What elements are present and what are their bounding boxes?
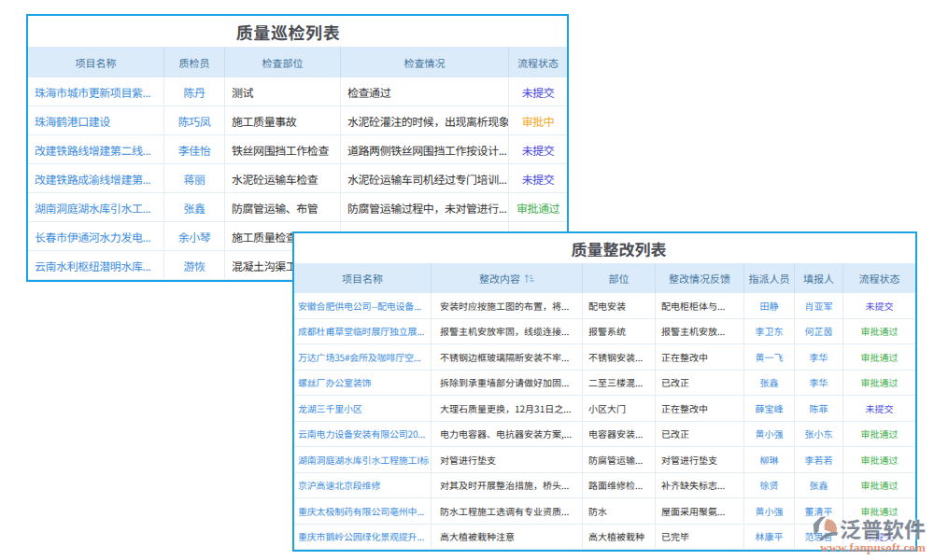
rectification-cell-填报人[interactable]: 范思哲 [794, 525, 842, 551]
inspection-cell-检查部位: 铁丝网围挡工作检查 [224, 135, 340, 164]
column-header-label: 项目名称 [342, 271, 383, 286]
rectification-cell-流程状态: 审批通过 [842, 319, 915, 345]
inspection-cell-项目名称[interactable]: 珠海鹤港口建设 [28, 106, 163, 135]
inspection-cell-项目名称[interactable]: 云南水利枢纽潜明水库... [28, 251, 163, 280]
inspection-cell-流程状态: 审批通过 [508, 193, 567, 222]
inspection-column-header-4[interactable]: 流程状态 [508, 47, 567, 77]
rectification-column-header-1[interactable]: 整改内容 [431, 263, 582, 293]
inspection-column-header-1[interactable]: 质检员 [163, 47, 224, 77]
inspection-cell-检查情况: 检查通过 [340, 77, 508, 106]
column-header-label: 整改内容 [479, 271, 520, 286]
rectification-table-panel: 质量整改列表 项目名称整改内容部位整改情况反馈指派人员填报人流程状态 安徽合肥供… [292, 231, 917, 552]
inspection-cell-项目名称[interactable]: 湖南洞庭湖水库引水工... [28, 193, 163, 222]
rectification-cell-项目名称[interactable]: 湖南洞庭湖水库引水工程施工I标 [294, 447, 431, 473]
inspection-cell-检查部位: 测试 [224, 77, 340, 106]
rectification-column-header-0[interactable]: 项目名称 [294, 263, 431, 293]
rectification-column-header-2[interactable]: 部位 [582, 263, 655, 293]
rectification-cell-指派人员[interactable]: 柳琳 [743, 447, 794, 473]
inspection-cell-质检员[interactable]: 陈巧凤 [163, 106, 224, 135]
rectification-table-row: 云南电力设备安装有限公司20...电力电容器、电抗器安装方案,...电容器安装.… [294, 422, 915, 448]
rectification-table-row: 万达广场35#会所及咖啡厅空...不锈钢边框玻璃隔断安装不牢...不锈钢安装..… [294, 344, 915, 371]
rectification-cell-整改内容: 对其及时开展整治措施，桥头... [431, 473, 582, 499]
rectification-cell-流程状态: 未提交 [842, 525, 915, 551]
rectification-cell-流程状态: 未提交 [842, 396, 915, 422]
rectification-cell-整改情况反馈: 屋面采用聚氨... [655, 498, 743, 525]
rectification-table-row: 湖南洞庭湖水库引水工程施工I标对管进行垫支防腐管运输...对管进行垫支柳琳李若若… [294, 447, 915, 473]
rectification-cell-项目名称[interactable]: 重庆太极制药有限公司亳州中... [294, 498, 431, 525]
rectification-cell-项目名称[interactable]: 螺丝厂办公室装饰 [294, 371, 431, 397]
rectification-cell-填报人[interactable]: 董清平 [794, 498, 842, 525]
page: { "page": { "background": "#ffffff" }, "… [0, 0, 934, 560]
inspection-cell-项目名称[interactable]: 改建铁路线增建第二线... [28, 135, 163, 164]
rectification-cell-填报人[interactable]: 张鑫 [794, 473, 842, 499]
rectification-cell-指派人员[interactable]: 黄一飞 [743, 344, 794, 371]
rectification-cell-指派人员[interactable]: 薛宝峰 [743, 396, 794, 422]
rectification-cell-项目名称[interactable]: 京沪高速北京段维修 [294, 473, 431, 499]
sort-icon[interactable] [524, 273, 534, 284]
rectification-cell-项目名称[interactable]: 龙湖三千里小区 [294, 396, 431, 422]
rectification-cell-部位: 防腐管运输... [582, 447, 655, 473]
inspection-cell-质检员[interactable]: 余小琴 [163, 222, 224, 251]
column-header-label: 检查情况 [404, 55, 446, 70]
rectification-cell-流程状态: 审批通过 [842, 498, 915, 525]
inspection-cell-质检员[interactable]: 张鑫 [163, 193, 224, 222]
rectification-cell-指派人员[interactable]: 黄小强 [743, 422, 794, 448]
rectification-cell-指派人员[interactable]: 田静 [743, 293, 794, 319]
column-header-label: 指派人员 [749, 271, 790, 286]
rectification-cell-部位: 报警系统 [582, 319, 655, 345]
rectification-cell-填报人[interactable]: 张小东 [794, 422, 842, 448]
rectification-cell-流程状态: 审批通过 [842, 422, 915, 448]
rectification-cell-整改内容: 安装时应按施工图的布置，将... [431, 293, 582, 319]
rectification-cell-整改情况反馈: 正在整改中 [655, 344, 743, 371]
rectification-cell-填报人[interactable]: 肖亚军 [794, 293, 842, 319]
column-header-label: 项目名称 [76, 55, 117, 70]
rectification-cell-填报人[interactable]: 何芷茵 [794, 319, 842, 345]
rectification-cell-项目名称[interactable]: 成都杜甫草堂临时展厅独立展... [294, 319, 431, 345]
rectification-cell-部位: 高大植被栽种 [582, 525, 655, 551]
rectification-column-header-4[interactable]: 指派人员 [743, 263, 794, 293]
rectification-cell-填报人[interactable]: 李华 [794, 371, 842, 397]
rectification-column-header-6[interactable]: 流程状态 [842, 263, 915, 293]
column-header-label: 质检员 [179, 55, 210, 70]
rectification-cell-指派人员[interactable]: 张鑫 [743, 371, 794, 397]
column-header-label: 整改情况反馈 [669, 271, 730, 286]
inspection-cell-流程状态: 审批中 [508, 106, 567, 135]
rectification-cell-指派人员[interactable]: 黄小强 [743, 498, 794, 525]
inspection-cell-项目名称[interactable]: 改建铁路成渝线增建第... [28, 164, 163, 193]
inspection-column-header-3[interactable]: 检查情况 [340, 47, 508, 77]
rectification-cell-整改情况反馈: 配电柜柜体与... [655, 293, 743, 319]
inspection-column-header-0[interactable]: 项目名称 [28, 47, 163, 77]
rectification-cell-整改内容: 对管进行垫支 [431, 447, 582, 473]
inspection-cell-检查部位: 施工质量事故 [224, 106, 340, 135]
rectification-table-row: 螺丝厂办公室装饰拆除到承重墙部分请做好加固...二至三楼混...已改正张鑫李华审… [294, 371, 915, 397]
rectification-cell-填报人[interactable]: 李若若 [794, 447, 842, 473]
inspection-cell-质检员[interactable]: 李佳怡 [163, 135, 224, 164]
rectification-cell-项目名称[interactable]: 万达广场35#会所及咖啡厅空... [294, 344, 431, 371]
inspection-column-header-2[interactable]: 检查部位 [224, 47, 340, 77]
inspection-cell-质检员[interactable]: 陈丹 [163, 77, 224, 106]
rectification-cell-项目名称[interactable]: 云南电力设备安装有限公司20... [294, 422, 431, 448]
inspection-cell-项目名称[interactable]: 长春市伊通河水力发电... [28, 222, 163, 251]
rectification-table-title: 质量整改列表 [294, 233, 915, 263]
rectification-cell-项目名称[interactable]: 安徽合肥供电公司--配电设备... [294, 293, 431, 319]
rectification-table-header-row: 项目名称整改内容部位整改情况反馈指派人员填报人流程状态 [294, 263, 915, 293]
rectification-cell-项目名称[interactable]: 重庆市鹅岭公园绿化景观提升... [294, 525, 431, 551]
rectification-cell-整改内容: 大理石质量更换，12月31日之... [431, 396, 582, 422]
rectification-column-header-5[interactable]: 填报人 [794, 263, 842, 293]
rectification-cell-指派人员[interactable]: 徐贤 [743, 473, 794, 499]
column-header-label: 流程状态 [517, 55, 559, 70]
rectification-cell-指派人员[interactable]: 李卫东 [743, 319, 794, 345]
inspection-cell-检查情况: 水泥砼灌注的时候，出现离析现象 [340, 106, 508, 135]
rectification-cell-整改内容: 报警主机安放牢固，线缆连接... [431, 319, 582, 345]
rectification-column-header-3[interactable]: 整改情况反馈 [655, 263, 743, 293]
rectification-cell-填报人[interactable]: 陈菲 [794, 396, 842, 422]
inspection-cell-项目名称[interactable]: 珠海市城市更新项目紫... [28, 77, 163, 106]
rectification-cell-指派人员[interactable]: 林康平 [743, 525, 794, 551]
rectification-cell-部位: 电容器安装... [582, 422, 655, 448]
inspection-table-row: 湖南洞庭湖水库引水工...张鑫防腐管运输、布管防腐管运输过程中，未对管进行...… [28, 193, 567, 222]
rectification-cell-流程状态: 审批通过 [842, 371, 915, 397]
inspection-cell-质检员[interactable]: 游恢 [163, 251, 224, 280]
inspection-cell-检查情况: 水泥砼运输车司机经过专门培训... [340, 164, 508, 193]
rectification-cell-填报人[interactable]: 李华 [794, 344, 842, 371]
inspection-cell-质检员[interactable]: 蒋丽 [163, 164, 224, 193]
